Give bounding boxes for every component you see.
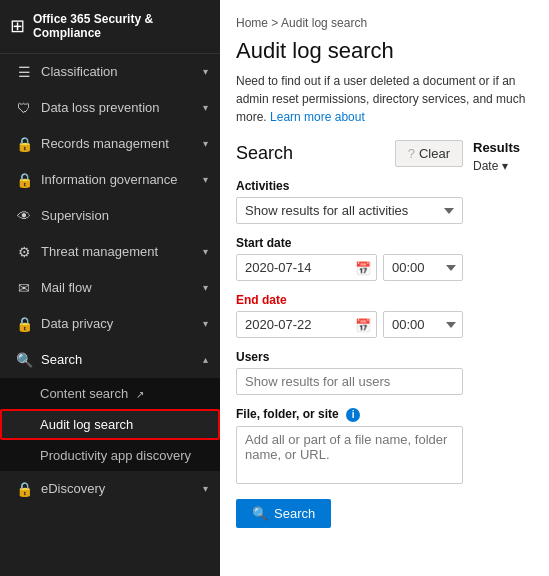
start-date-row: 📅 00:00	[236, 254, 463, 281]
search-panel-title: Search	[236, 143, 293, 164]
search-icon: 🔍	[15, 352, 33, 368]
sidebar: ⊞ Office 365 Security & Compliance ☰ Cla…	[0, 0, 220, 576]
chevron-down-icon: ▾	[203, 483, 208, 494]
sidebar-item-classification[interactable]: ☰ Classification ▾	[0, 54, 220, 90]
start-time-select[interactable]: 00:00	[383, 254, 463, 281]
end-date-input-wrap: 📅	[236, 311, 377, 338]
mail-icon: ✉	[15, 280, 33, 296]
sidebar-item-records-management[interactable]: 🔒 Records management ▾	[0, 126, 220, 162]
sidebar-item-label: Supervision	[41, 208, 109, 223]
end-date-row: 📅 00:00	[236, 311, 463, 338]
file-folder-group: File, folder, or site i	[236, 407, 463, 487]
search-panel: Search ? Clear Activities Show results f…	[236, 140, 463, 528]
chevron-down-icon: ▾	[203, 282, 208, 293]
sidebar-item-label: Information governance	[41, 172, 178, 187]
chevron-down-icon: ▾	[203, 102, 208, 113]
supervision-icon: 👁	[15, 208, 33, 224]
file-folder-textarea[interactable]	[236, 426, 463, 484]
sidebar-item-label: Records management	[41, 136, 169, 151]
start-date-input-wrap: 📅	[236, 254, 377, 281]
sidebar-item-label: eDiscovery	[41, 481, 105, 496]
sidebar-item-audit-log-search[interactable]: Audit log search	[0, 409, 220, 440]
search-header: Search ? Clear	[236, 140, 463, 167]
page-title: Audit log search	[236, 38, 533, 64]
search-btn-icon: 🔍	[252, 506, 268, 521]
page-description: Need to find out if a user deleted a doc…	[236, 72, 533, 126]
users-input[interactable]	[236, 368, 463, 395]
results-title: Results	[473, 140, 533, 155]
sidebar-item-productivity-app-discovery[interactable]: Productivity app discovery	[0, 440, 220, 471]
sidebar-item-content-search[interactable]: Content search ↗	[0, 378, 220, 409]
sidebar-item-label: Data loss prevention	[41, 100, 160, 115]
external-link-icon: ↗	[136, 389, 144, 400]
users-group: Users	[236, 350, 463, 395]
end-date-label: End date	[236, 293, 463, 307]
app-title: Office 365 Security & Compliance	[33, 12, 210, 41]
calendar-icon[interactable]: 📅	[355, 317, 371, 332]
activities-label: Activities	[236, 179, 463, 193]
file-folder-label: File, folder, or site i	[236, 407, 463, 422]
data-loss-icon: 🛡	[15, 100, 33, 116]
sidebar-item-label: Search	[41, 352, 82, 367]
search-subnav: Content search ↗ Audit log search Produc…	[0, 378, 220, 471]
productivity-label: Productivity app discovery	[40, 448, 191, 463]
calendar-icon[interactable]: 📅	[355, 260, 371, 275]
breadcrumb-separator: >	[271, 16, 278, 30]
chevron-down-icon: ▾	[203, 138, 208, 149]
results-date-row: Date ▾	[473, 159, 533, 173]
results-date-label: Date	[473, 159, 498, 173]
sidebar-item-label: Mail flow	[41, 280, 92, 295]
sidebar-item-threat-management[interactable]: ⚙ Threat management ▾	[0, 234, 220, 270]
sidebar-item-supervision[interactable]: 👁 Supervision	[0, 198, 220, 234]
main-content: Home > Audit log search Audit log search…	[220, 0, 549, 576]
chevron-up-icon: ▴	[203, 354, 208, 365]
app-header: ⊞ Office 365 Security & Compliance	[0, 0, 220, 54]
sidebar-item-mail-flow[interactable]: ✉ Mail flow ▾	[0, 270, 220, 306]
info-icon[interactable]: i	[346, 408, 360, 422]
chevron-down-icon: ▾	[203, 66, 208, 77]
sidebar-item-label: Threat management	[41, 244, 158, 259]
activities-group: Activities Show results for all activiti…	[236, 179, 463, 224]
start-date-group: Start date 📅 00:00	[236, 236, 463, 281]
sidebar-item-search[interactable]: 🔍 Search ▴	[0, 342, 220, 378]
records-icon: 🔒	[15, 136, 33, 152]
users-label: Users	[236, 350, 463, 364]
end-date-group: End date 📅 00:00	[236, 293, 463, 338]
breadcrumb-current: Audit log search	[281, 16, 367, 30]
threat-icon: ⚙	[15, 244, 33, 260]
results-date-chevron[interactable]: ▾	[502, 159, 508, 173]
chevron-down-icon: ▾	[203, 174, 208, 185]
breadcrumb: Home > Audit log search	[236, 16, 533, 30]
search-results-layout: Search ? Clear Activities Show results f…	[236, 140, 533, 528]
sidebar-item-label: Data privacy	[41, 316, 113, 331]
grid-icon: ⊞	[10, 15, 25, 37]
clear-button[interactable]: ? Clear	[395, 140, 463, 167]
learn-more-link[interactable]: Learn more about	[270, 110, 365, 124]
start-date-label: Start date	[236, 236, 463, 250]
chevron-down-icon: ▾	[203, 246, 208, 257]
ediscovery-icon: 🔒	[15, 481, 33, 497]
search-button[interactable]: 🔍 Search	[236, 499, 331, 528]
sidebar-item-information-governance[interactable]: 🔒 Information governance ▾	[0, 162, 220, 198]
end-time-select[interactable]: 00:00	[383, 311, 463, 338]
sidebar-item-data-loss-prevention[interactable]: 🛡 Data loss prevention ▾	[0, 90, 220, 126]
results-panel: Results Date ▾	[473, 140, 533, 528]
chevron-down-icon: ▾	[203, 318, 208, 329]
sidebar-item-label: Classification	[41, 64, 118, 79]
classification-icon: ☰	[15, 64, 33, 80]
breadcrumb-home[interactable]: Home	[236, 16, 268, 30]
activities-dropdown[interactable]: Show results for all activities	[236, 197, 463, 224]
info-gov-icon: 🔒	[15, 172, 33, 188]
sidebar-item-ediscovery[interactable]: 🔒 eDiscovery ▾	[0, 471, 220, 507]
content-search-label: Content search	[40, 386, 128, 401]
sidebar-item-data-privacy[interactable]: 🔒 Data privacy ▾	[0, 306, 220, 342]
data-privacy-icon: 🔒	[15, 316, 33, 332]
audit-log-search-label: Audit log search	[40, 417, 133, 432]
question-icon: ?	[408, 146, 415, 161]
